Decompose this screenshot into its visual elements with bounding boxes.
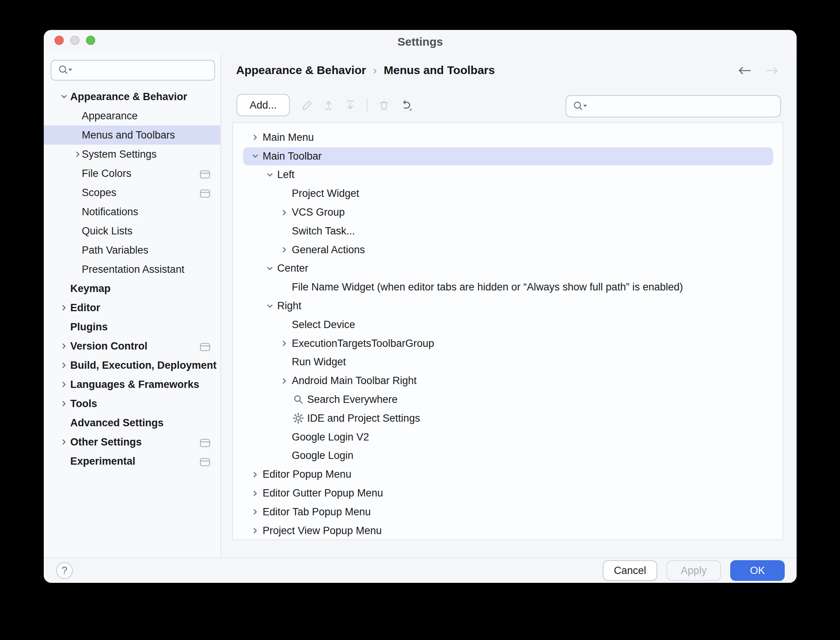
tree-row-ide-and-project-settings[interactable]: IDE and Project Settings xyxy=(233,409,782,428)
pane-icon xyxy=(199,187,211,200)
title-bar: Settings xyxy=(44,30,797,54)
collapsed-chevron-icon[interactable] xyxy=(57,436,71,448)
sidebar-item-experimental[interactable]: Experimental xyxy=(44,452,220,471)
tree-row-editor-popup-menu[interactable]: Editor Popup Menu xyxy=(233,465,782,484)
tree-row-search-everywhere[interactable]: Search Everywhere xyxy=(233,390,782,409)
tree-row-project-widget[interactable]: Project Widget xyxy=(233,184,782,203)
tree-row-label: Project Widget xyxy=(292,188,359,200)
collapsed-chevron-icon[interactable] xyxy=(71,148,85,160)
sidebar-item-appearance[interactable]: Appearance xyxy=(44,106,220,125)
collapsed-chevron-icon[interactable] xyxy=(248,132,263,143)
collapsed-chevron-icon[interactable] xyxy=(57,302,71,313)
tree-row-select-device[interactable]: Select Device xyxy=(233,315,782,334)
pane-icon xyxy=(199,456,211,468)
move-down-icon[interactable] xyxy=(344,99,357,112)
sidebar-search-box[interactable] xyxy=(51,60,215,81)
tree-row-label: General Actions xyxy=(292,244,365,256)
collapsed-chevron-icon[interactable] xyxy=(277,207,292,218)
sidebar-item-editor[interactable]: Editor xyxy=(44,298,220,317)
tree-row-label: Search Everywhere xyxy=(307,394,398,406)
collapsed-chevron-icon[interactable] xyxy=(57,360,71,371)
sidebar-item-quick-lists[interactable]: Quick Lists xyxy=(44,221,220,241)
collapsed-chevron-icon[interactable] xyxy=(277,244,292,256)
sidebar-item-build-execution-deployment[interactable]: Build, Execution, Deployment xyxy=(44,356,220,375)
sidebar-item-menus-and-toolbars[interactable]: Menus and Toolbars xyxy=(44,125,220,145)
sidebar-item-advanced-settings[interactable]: Advanced Settings xyxy=(44,413,220,432)
cancel-button[interactable]: Cancel xyxy=(603,560,657,581)
sidebar-item-file-colors[interactable]: File Colors xyxy=(44,164,220,183)
sidebar-item-tools[interactable]: Tools xyxy=(44,394,220,413)
pane-icon xyxy=(199,437,211,449)
sidebar-item-path-variables[interactable]: Path Variables xyxy=(44,241,220,260)
sidebar-item-label: File Colors xyxy=(82,168,131,180)
main-panel: Appearance & Behavior › Menus and Toolba… xyxy=(221,54,797,558)
tree-row-center[interactable]: Center xyxy=(233,259,782,278)
tree-row-editor-tab-popup-menu[interactable]: Editor Tab Popup Menu xyxy=(233,503,782,521)
tree-row-editor-gutter-popup-menu[interactable]: Editor Gutter Popup Menu xyxy=(233,484,782,503)
collapsed-chevron-icon[interactable] xyxy=(248,488,263,499)
tree-row-google-login-v2[interactable]: Google Login V2 xyxy=(233,428,782,447)
back-arrow-icon[interactable] xyxy=(736,64,753,77)
apply-button[interactable]: Apply xyxy=(666,560,721,581)
collapsed-chevron-icon[interactable] xyxy=(248,506,263,518)
tree-row-label: Left xyxy=(277,169,294,181)
tree-row-project-view-popup-menu[interactable]: Project View Popup Menu xyxy=(233,521,782,540)
sidebar-item-version-control[interactable]: Version Control xyxy=(44,336,220,356)
tree-row-right[interactable]: Right xyxy=(233,297,782,315)
sidebar-item-label: Build, Execution, Deployment xyxy=(70,360,217,371)
tree-row-vcs-group[interactable]: VCS Group xyxy=(233,203,782,222)
expanded-chevron-icon[interactable] xyxy=(248,150,263,162)
tree-row-label: Google Login xyxy=(292,450,354,462)
sidebar-item-other-settings[interactable]: Other Settings xyxy=(44,432,220,452)
tree-row-android-main-toolbar-right[interactable]: Android Main Toolbar Right xyxy=(233,371,782,390)
edit-icon[interactable] xyxy=(301,99,314,112)
pane-icon xyxy=(199,168,211,180)
breadcrumb-item-appearance-behavior[interactable]: Appearance & Behavior xyxy=(236,64,366,77)
pane-icon xyxy=(199,341,211,353)
tree-row-left[interactable]: Left xyxy=(233,166,782,185)
sidebar-search-input[interactable] xyxy=(76,64,214,77)
sidebar-item-keymap[interactable]: Keymap xyxy=(44,279,220,298)
search-icon xyxy=(292,393,307,406)
delete-icon[interactable] xyxy=(377,99,390,112)
expanded-chevron-icon[interactable] xyxy=(263,300,277,312)
sidebar-item-label: Editor xyxy=(70,302,100,314)
tree-row-executiontargetstoolbargroup[interactable]: ExecutionTargetsToolbarGroup xyxy=(233,334,782,353)
help-button[interactable]: ? xyxy=(56,562,73,579)
expanded-chevron-icon[interactable] xyxy=(263,169,277,181)
sidebar-item-system-settings[interactable]: System Settings xyxy=(44,145,220,164)
sidebar-item-plugins[interactable]: Plugins xyxy=(44,317,220,336)
sidebar-item-appearance-behavior[interactable]: Appearance & Behavior xyxy=(44,87,220,106)
collapsed-chevron-icon[interactable] xyxy=(57,398,71,409)
collapsed-chevron-icon[interactable] xyxy=(248,525,263,536)
move-up-icon[interactable] xyxy=(322,99,335,112)
sidebar-item-languages-frameworks[interactable]: Languages & Frameworks xyxy=(44,375,220,394)
tree-row-file-name-widget-when-editor-tabs-are-hi[interactable]: File Name Widget (when editor tabs are h… xyxy=(233,278,782,297)
collapsed-chevron-icon[interactable] xyxy=(248,469,263,480)
forward-arrow-icon[interactable] xyxy=(763,64,781,77)
collapsed-chevron-icon[interactable] xyxy=(277,375,292,387)
collapsed-chevron-icon[interactable] xyxy=(57,379,71,390)
tree-row-main-toolbar[interactable]: Main Toolbar xyxy=(233,147,782,166)
tree-row-google-login[interactable]: Google Login xyxy=(233,447,782,465)
collapsed-chevron-icon[interactable] xyxy=(277,338,292,349)
sidebar-item-notifications[interactable]: Notifications xyxy=(44,202,220,221)
actions-search-box[interactable] xyxy=(566,95,781,117)
ok-button[interactable]: OK xyxy=(730,560,785,581)
window-title: Settings xyxy=(44,30,797,54)
revert-icon[interactable] xyxy=(399,99,412,112)
sidebar-item-presentation-assistant[interactable]: Presentation Assistant xyxy=(44,260,220,279)
sidebar-item-scopes[interactable]: Scopes xyxy=(44,183,220,202)
add-button[interactable]: Add... xyxy=(236,94,290,116)
collapsed-chevron-icon[interactable] xyxy=(57,340,71,352)
tree-row-label: Select Device xyxy=(292,319,355,331)
tree-row-general-actions[interactable]: General Actions xyxy=(233,241,782,259)
tree-row-main-menu[interactable]: Main Menu xyxy=(233,128,782,147)
actions-search-input[interactable] xyxy=(591,100,780,113)
tree-row-switch-task[interactable]: Switch Task... xyxy=(233,222,782,241)
expanded-chevron-icon[interactable] xyxy=(263,263,277,274)
tree-row-label: Editor Gutter Popup Menu xyxy=(263,487,383,499)
expanded-chevron-icon[interactable] xyxy=(57,91,71,102)
breadcrumb-separator-icon: › xyxy=(373,64,377,77)
tree-row-run-widget[interactable]: Run Widget xyxy=(233,353,782,372)
